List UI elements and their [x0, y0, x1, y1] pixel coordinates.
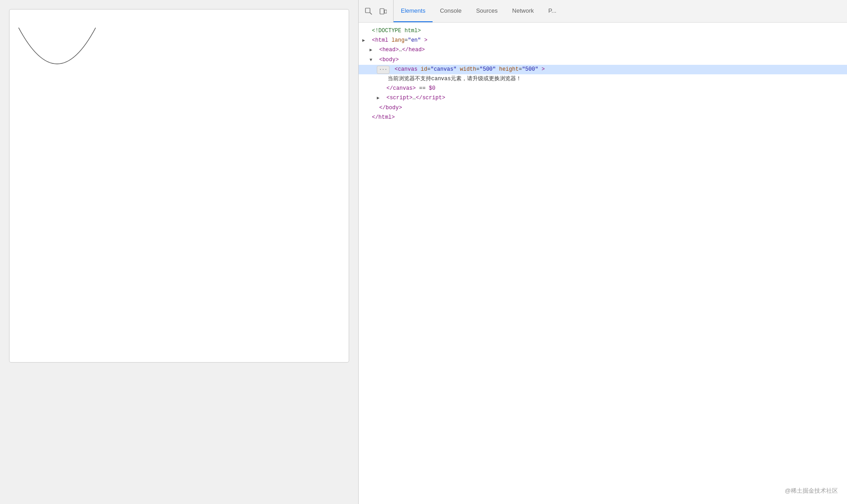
elements-panel: <!DOCTYPE html> <html lang="en" > <head>… [359, 23, 847, 504]
devtools-panel: Elements Console Sources Network P... <!… [358, 0, 847, 504]
dom-body-close: </body> [359, 103, 847, 113]
canvas-preview [9, 9, 349, 363]
browser-viewport [0, 0, 358, 504]
dom-body[interactable]: <body> [359, 55, 847, 65]
svg-rect-2 [380, 9, 384, 14]
dom-canvas-fallback: 当前浏览器不支持canvas元素，请升级或更换浏览器！ [359, 74, 847, 84]
dom-script[interactable]: <script>…</script> [359, 93, 847, 103]
devtools-tabs: Elements Console Sources Network P... [394, 0, 847, 22]
dollar-zero-badge: $0 [429, 85, 435, 92]
svg-rect-3 [385, 10, 387, 13]
tree-arrow-script[interactable] [377, 95, 382, 102]
dom-canvas-line[interactable]: ··· <canvas id="canvas" width="500" heig… [359, 65, 847, 74]
inspect-element-icon[interactable] [362, 5, 375, 18]
tab-sources[interactable]: Sources [469, 0, 505, 22]
dom-head[interactable]: <head>…</head> [359, 45, 847, 55]
devtools-icons-group [359, 0, 394, 22]
dom-html-close: </html> [359, 113, 847, 122]
dom-canvas-close[interactable]: </canvas> == $0 [359, 84, 847, 93]
tree-arrow-body[interactable] [370, 57, 375, 64]
svg-line-1 [370, 13, 372, 15]
svg-rect-0 [365, 8, 370, 13]
canvas-fallback-text: 当前浏览器不支持canvas元素，请升级或更换浏览器！ [388, 76, 521, 82]
tab-console[interactable]: Console [433, 0, 469, 22]
tab-elements[interactable]: Elements [394, 0, 433, 22]
tree-arrow-html[interactable] [362, 37, 368, 44]
device-toggle-icon[interactable] [377, 5, 389, 18]
canvas-arc-drawing [14, 23, 96, 96]
tab-performance[interactable]: P... [541, 0, 564, 22]
dom-dots-btn[interactable]: ··· [377, 66, 389, 74]
watermark: @稀土掘金技术社区 [785, 487, 838, 495]
dom-doctype[interactable]: <!DOCTYPE html> [359, 26, 847, 36]
tree-arrow-head[interactable] [370, 47, 375, 54]
dom-html[interactable]: <html lang="en" > [359, 36, 847, 45]
tab-network[interactable]: Network [505, 0, 541, 22]
devtools-toolbar: Elements Console Sources Network P... [359, 0, 847, 23]
doctype-text: <!DOCTYPE html> [372, 28, 421, 34]
